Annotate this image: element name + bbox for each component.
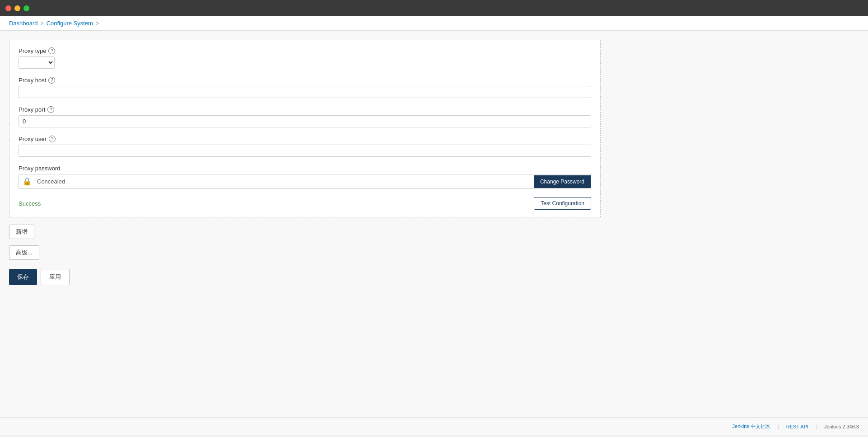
proxy-user-input[interactable] [19,145,591,157]
proxy-host-label: Proxy host ? [19,77,591,84]
footer-version: Jenkins 2.346.3 [824,424,859,429]
proxy-user-label: Proxy user ? [19,136,591,142]
proxy-port-help-icon[interactable]: ? [47,106,54,113]
lock-icon: 🔒 [19,174,35,188]
status-badge: Success [19,200,41,207]
proxy-port-group: Proxy port ? [19,106,591,127]
apply-button[interactable]: 应用 [41,269,70,285]
advanced-button[interactable]: 高级... [9,245,39,260]
breadcrumb-dashboard[interactable]: Dashboard [9,20,38,27]
close-button[interactable] [5,5,11,11]
proxy-password-concealed: Concealed [35,176,534,187]
bottom-actions: 保存 应用 [9,269,859,285]
proxy-form-section: Proxy type ? HTTP SOCKS4 SOCKS5 Proxy ho… [9,40,601,217]
advanced-button-row: 高级... [9,245,859,260]
proxy-port-input[interactable] [19,115,591,127]
title-bar [0,0,868,16]
add-button[interactable]: 新增 [9,225,34,239]
test-config-row: Success Test Configuration [19,197,591,210]
breadcrumb-sep-2: > [96,20,99,27]
footer-rest-api-link[interactable]: REST API [786,424,808,429]
proxy-password-row: 🔒 Concealed Change Password [19,174,591,189]
proxy-port-label: Proxy port ? [19,106,591,113]
footer: Jenkins 中文社区 | REST API | Jenkins 2.346.… [0,417,868,435]
breadcrumb: Dashboard > Configure System > [0,16,868,31]
proxy-user-group: Proxy user ? [19,136,591,157]
change-password-button[interactable]: Change Password [534,175,591,188]
proxy-type-group: Proxy type ? HTTP SOCKS4 SOCKS5 [19,47,591,69]
add-button-row: 新增 [9,225,859,239]
save-button[interactable]: 保存 [9,269,37,285]
breadcrumb-sep-1: > [41,20,44,27]
proxy-type-label: Proxy type ? [19,47,591,54]
proxy-password-label: Proxy password [19,165,591,172]
maximize-button[interactable] [23,5,29,11]
proxy-password-group: Proxy password 🔒 Concealed Change Passwo… [19,165,591,189]
proxy-type-select[interactable]: HTTP SOCKS4 SOCKS5 [19,56,55,69]
proxy-host-input[interactable] [19,86,591,98]
breadcrumb-configure-system[interactable]: Configure System [47,20,93,27]
proxy-user-help-icon[interactable]: ? [49,136,56,142]
footer-jenkins-community-link[interactable]: Jenkins 中文社区 [733,423,770,430]
test-configuration-button[interactable]: Test Configuration [534,197,591,210]
proxy-host-help-icon[interactable]: ? [48,77,55,84]
main-content: Proxy type ? HTTP SOCKS4 SOCKS5 Proxy ho… [0,31,868,417]
proxy-type-help-icon[interactable]: ? [48,47,55,54]
minimize-button[interactable] [14,5,20,11]
proxy-host-group: Proxy host ? [19,77,591,98]
